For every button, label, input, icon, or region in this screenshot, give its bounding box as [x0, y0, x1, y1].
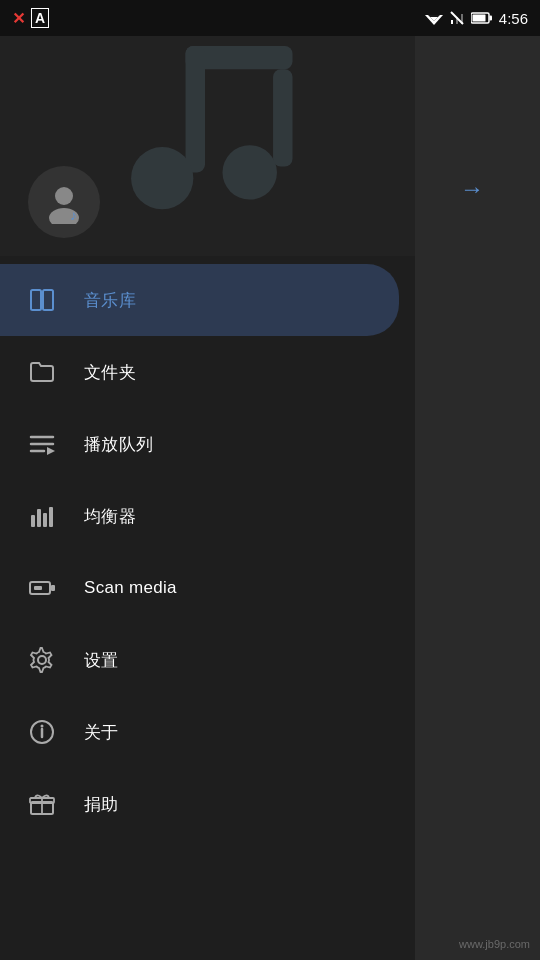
svg-rect-6 [456, 17, 458, 24]
sidebar-item-scan-label: Scan media [84, 578, 177, 598]
drawer: ♪ 音乐库 文件夹 [0, 36, 415, 960]
sidebar-item-queue[interactable]: 播放队列 [0, 408, 399, 480]
svg-point-32 [38, 656, 46, 664]
svg-rect-7 [461, 14, 463, 24]
status-left-icons: ✕ A [12, 8, 49, 28]
sidebar-item-scan[interactable]: Scan media [0, 552, 399, 624]
scan-icon [24, 577, 60, 599]
folder-icon [24, 361, 60, 383]
equalizer-icon [24, 505, 60, 527]
svg-rect-27 [43, 513, 47, 527]
watermark: www.jb9p.com [459, 938, 530, 950]
svg-rect-20 [43, 290, 53, 310]
svg-rect-30 [34, 586, 42, 590]
sidebar-item-equalizer-label: 均衡器 [84, 505, 136, 528]
sidebar-item-library-label: 音乐库 [84, 289, 136, 312]
svg-rect-25 [31, 515, 35, 527]
svg-rect-5 [451, 20, 453, 24]
a-icon: A [31, 8, 49, 28]
music-note-bg [100, 46, 310, 221]
svg-rect-19 [31, 290, 41, 310]
sidebar-item-about-label: 关于 [84, 721, 119, 744]
status-bar: ✕ A 4:56 [0, 0, 540, 36]
wifi-icon [425, 11, 443, 25]
x-icon: ✕ [12, 9, 25, 28]
svg-rect-26 [37, 509, 41, 527]
settings-icon [24, 647, 60, 673]
svg-rect-31 [51, 585, 55, 591]
queue-icon [24, 433, 60, 455]
user-avatar-icon: ♪ [42, 180, 86, 224]
drawer-header: ♪ [0, 36, 415, 256]
svg-rect-10 [472, 15, 485, 22]
svg-rect-14 [273, 69, 292, 166]
sidebar-item-donate-label: 捐助 [84, 793, 119, 816]
svg-marker-24 [47, 447, 55, 455]
status-time: 4:56 [499, 10, 528, 27]
sidebar-item-folder-label: 文件夹 [84, 361, 136, 384]
svg-point-35 [41, 725, 44, 728]
sidebar-item-queue-label: 播放队列 [84, 433, 153, 456]
library-icon [24, 287, 60, 313]
svg-text:♪: ♪ [70, 207, 77, 223]
sidebar-item-donate[interactable]: 捐助 [0, 768, 399, 840]
svg-rect-12 [186, 46, 205, 172]
svg-rect-28 [49, 507, 53, 527]
user-avatar[interactable]: ♪ [28, 166, 100, 238]
signal-icon [449, 10, 465, 26]
sidebar-item-folder[interactable]: 文件夹 [0, 336, 399, 408]
svg-point-13 [131, 147, 193, 209]
menu-list: 音乐库 文件夹 播放队列 [0, 264, 415, 840]
nav-arrow[interactable]: → [460, 175, 484, 203]
svg-point-16 [55, 187, 73, 205]
status-right-icons: 4:56 [425, 10, 528, 27]
about-icon [24, 719, 60, 745]
donate-icon [24, 792, 60, 816]
battery-icon [471, 12, 493, 24]
sidebar-item-about[interactable]: 关于 [0, 696, 399, 768]
sidebar-item-equalizer[interactable]: 均衡器 [0, 480, 399, 552]
svg-rect-9 [489, 16, 492, 21]
sidebar-item-settings-label: 设置 [84, 649, 119, 672]
sidebar-item-library[interactable]: 音乐库 [0, 264, 399, 336]
sidebar-item-settings[interactable]: 设置 [0, 624, 399, 696]
right-panel [415, 0, 540, 960]
svg-point-15 [223, 145, 277, 199]
